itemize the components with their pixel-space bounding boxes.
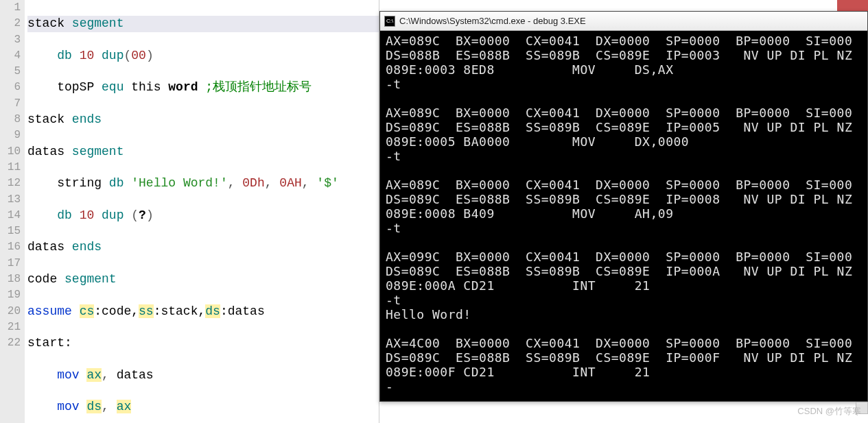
line-number: 2 <box>0 16 21 32</box>
t: 'Hello Word!' <box>131 176 227 190</box>
t: segment <box>72 16 124 30</box>
t: , <box>102 400 117 413</box>
t: cs <box>80 304 95 318</box>
line-number: 11 <box>0 160 21 176</box>
line-number: 6 <box>0 80 21 95</box>
t: datas <box>117 368 154 382</box>
t: ends <box>72 112 102 126</box>
line-number: 22 <box>0 335 21 351</box>
t: :datas <box>220 304 265 318</box>
code-area[interactable]: stack segment db 10 dup(00) topSP equ th… <box>25 0 379 423</box>
t: 10 <box>80 49 95 62</box>
t: :code, <box>94 304 139 318</box>
t: db <box>57 208 72 222</box>
t: db <box>57 49 72 62</box>
t: equ <box>102 80 124 94</box>
t: ? <box>139 208 146 222</box>
line-number: 14 <box>0 208 21 223</box>
t: :stack, <box>154 304 206 318</box>
watermark: CSDN @竹等寒 <box>797 405 861 418</box>
t: ends <box>72 240 102 254</box>
line-number: 21 <box>0 319 21 335</box>
line-number: 4 <box>0 48 21 64</box>
t: word <box>168 80 198 94</box>
cmd-title: C:\Windows\System32\cmd.exe - debug 3.EX… <box>399 16 586 26</box>
code-editor[interactable]: 1 2 3 4 5 6 7 8 9 10 11 12 13 14 15 16 1… <box>0 0 379 423</box>
t: 10 <box>80 208 95 222</box>
t: , <box>102 368 117 382</box>
line-number: 3 <box>0 32 21 48</box>
line-number: 15 <box>0 223 21 239</box>
t: datas <box>27 240 64 254</box>
t: segment <box>64 272 117 286</box>
t: ax <box>117 400 132 413</box>
line-number: 5 <box>0 64 21 80</box>
cmd-icon: C:\ <box>384 16 395 27</box>
t: string <box>57 176 102 190</box>
t: ss <box>139 304 154 318</box>
t: datas <box>27 145 64 158</box>
t: db <box>109 176 124 190</box>
line-number: 13 <box>0 192 21 208</box>
t: this <box>131 80 161 94</box>
t: ax <box>86 368 102 382</box>
t: code <box>27 272 57 286</box>
cmd-output[interactable]: AX=089C BX=0000 CX=0041 DX=0000 SP=0000 … <box>380 31 867 401</box>
t: 0AH <box>279 176 301 190</box>
t: stack <box>27 112 64 126</box>
line-number: 17 <box>0 256 21 271</box>
t: dup <box>102 49 124 62</box>
t: ds <box>86 400 102 413</box>
t: mov <box>57 400 79 413</box>
t: dup <box>102 208 124 222</box>
t: '$' <box>316 176 338 190</box>
t: 00 <box>131 49 146 62</box>
line-number: 16 <box>0 239 21 255</box>
line-number: 19 <box>0 287 21 303</box>
cmd-window[interactable]: C:\ C:\Windows\System32\cmd.exe - debug … <box>379 11 868 402</box>
t: stack <box>27 16 64 30</box>
line-number: 8 <box>0 112 21 128</box>
t: 0Dh <box>242 176 264 190</box>
line-gutter: 1 2 3 4 5 6 7 8 9 10 11 12 13 14 15 16 1… <box>0 0 25 423</box>
t: assume <box>27 304 72 318</box>
line-number: 10 <box>0 144 21 160</box>
t: start: <box>27 336 72 350</box>
line-number: 7 <box>0 96 21 112</box>
t: mov <box>57 368 79 382</box>
line-number: 12 <box>0 176 21 191</box>
t: ds <box>205 304 220 318</box>
line-number: 20 <box>0 304 21 319</box>
line-number: 1 <box>0 0 21 16</box>
t: topSP <box>57 80 94 94</box>
line-number: 9 <box>0 128 21 143</box>
t: segment <box>72 145 124 158</box>
t: ;栈顶指针地址标号 <box>205 80 312 94</box>
cmd-titlebar[interactable]: C:\ C:\Windows\System32\cmd.exe - debug … <box>380 12 867 31</box>
line-number: 18 <box>0 271 21 287</box>
